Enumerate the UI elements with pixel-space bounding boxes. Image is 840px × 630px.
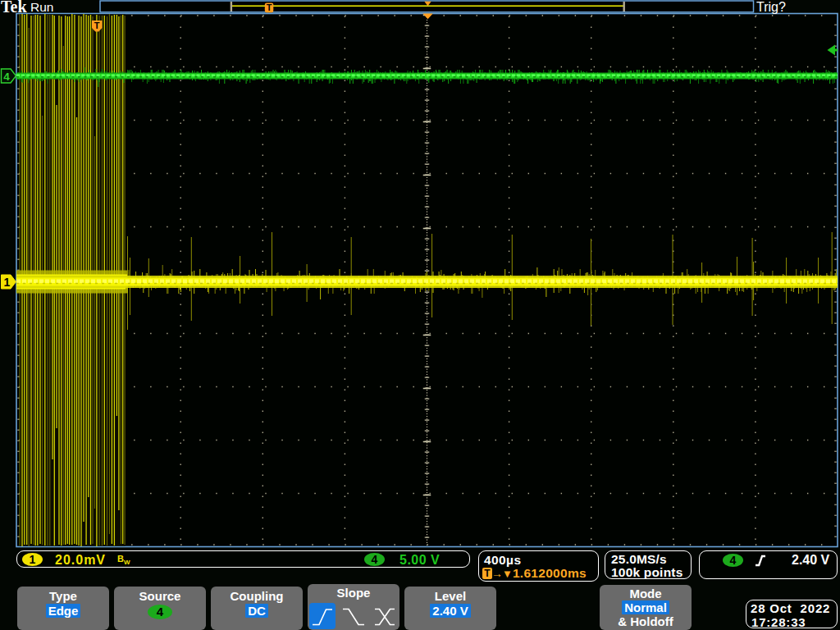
svg-text:Run: Run — [30, 0, 53, 14]
svg-text:Tek: Tek — [1, 0, 27, 16]
svg-text:1: 1 — [4, 276, 11, 289]
svg-text:Trig?: Trig? — [756, 0, 786, 14]
svg-text:T: T — [267, 2, 272, 12]
svg-text:4: 4 — [3, 71, 10, 83]
svg-text:T: T — [94, 21, 100, 30]
